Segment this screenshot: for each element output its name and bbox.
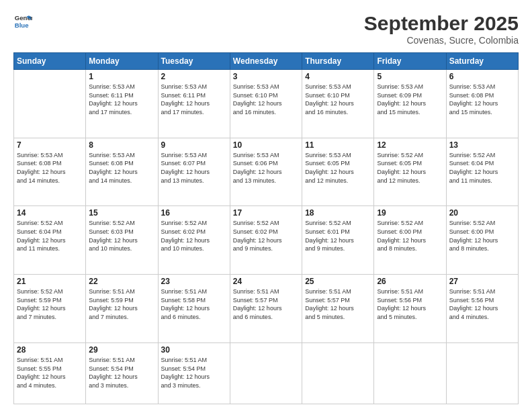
day-number: 18 bbox=[305, 208, 371, 218]
day-number: 30 bbox=[161, 345, 227, 355]
day-number: 27 bbox=[449, 277, 515, 286]
day-number: 2 bbox=[161, 72, 227, 81]
day-number: 28 bbox=[17, 345, 83, 355]
calendar-cell: 24Sunrise: 5:51 AM Sunset: 5:57 PM Dayli… bbox=[230, 275, 302, 343]
calendar-cell: 13Sunrise: 5:52 AM Sunset: 6:04 PM Dayli… bbox=[446, 138, 518, 206]
calendar-cell: 4Sunrise: 5:53 AM Sunset: 6:10 PM Daylig… bbox=[302, 70, 374, 138]
calendar-cell: 27Sunrise: 5:51 AM Sunset: 5:56 PM Dayli… bbox=[446, 275, 518, 343]
day-number: 11 bbox=[305, 140, 371, 150]
calendar-week-row: 7Sunrise: 5:53 AM Sunset: 6:08 PM Daylig… bbox=[14, 138, 519, 206]
calendar-cell: 3Sunrise: 5:53 AM Sunset: 6:10 PM Daylig… bbox=[230, 70, 302, 138]
day-number: 12 bbox=[377, 140, 443, 150]
calendar-cell: 20Sunrise: 5:52 AM Sunset: 6:00 PM Dayli… bbox=[446, 206, 518, 275]
day-number: 21 bbox=[17, 277, 83, 286]
calendar-cell bbox=[374, 342, 446, 404]
cell-details: Sunrise: 5:51 AM Sunset: 5:54 PM Dayligh… bbox=[89, 356, 154, 390]
cell-details: Sunrise: 5:52 AM Sunset: 6:01 PM Dayligh… bbox=[305, 219, 371, 253]
title-block: September 2025 Covenas, Sucre, Colombia bbox=[364, 12, 519, 46]
calendar-cell: 12Sunrise: 5:52 AM Sunset: 6:05 PM Dayli… bbox=[374, 138, 446, 206]
weekday-header: Sunday bbox=[14, 53, 86, 70]
cell-details: Sunrise: 5:53 AM Sunset: 6:10 PM Dayligh… bbox=[305, 83, 371, 116]
calendar-cell: 17Sunrise: 5:52 AM Sunset: 6:02 PM Dayli… bbox=[230, 206, 302, 275]
calendar-week-row: 1Sunrise: 5:53 AM Sunset: 6:11 PM Daylig… bbox=[14, 70, 519, 138]
weekday-header: Friday bbox=[374, 53, 446, 70]
day-number: 22 bbox=[89, 277, 154, 286]
day-number: 24 bbox=[233, 277, 299, 286]
cell-details: Sunrise: 5:52 AM Sunset: 6:00 PM Dayligh… bbox=[377, 219, 443, 253]
calendar-cell: 28Sunrise: 5:51 AM Sunset: 5:55 PM Dayli… bbox=[14, 342, 86, 404]
day-number: 8 bbox=[89, 140, 154, 150]
weekday-header: Tuesday bbox=[158, 53, 230, 70]
calendar-table: SundayMondayTuesdayWednesdayThursdayFrid… bbox=[13, 52, 519, 404]
calendar-cell: 21Sunrise: 5:52 AM Sunset: 5:59 PM Dayli… bbox=[14, 275, 86, 343]
calendar-cell: 8Sunrise: 5:53 AM Sunset: 6:08 PM Daylig… bbox=[86, 138, 158, 206]
day-number: 14 bbox=[17, 208, 83, 218]
cell-details: Sunrise: 5:52 AM Sunset: 6:04 PM Dayligh… bbox=[449, 151, 515, 185]
day-number: 15 bbox=[89, 208, 154, 218]
calendar-cell: 22Sunrise: 5:51 AM Sunset: 5:59 PM Dayli… bbox=[86, 275, 158, 343]
calendar-week-row: 14Sunrise: 5:52 AM Sunset: 6:04 PM Dayli… bbox=[14, 206, 519, 275]
day-number: 25 bbox=[305, 277, 371, 286]
day-number: 9 bbox=[161, 140, 227, 150]
cell-details: Sunrise: 5:53 AM Sunset: 6:10 PM Dayligh… bbox=[233, 83, 299, 116]
cell-details: Sunrise: 5:52 AM Sunset: 6:05 PM Dayligh… bbox=[377, 151, 443, 185]
cell-details: Sunrise: 5:53 AM Sunset: 6:08 PM Dayligh… bbox=[89, 151, 154, 185]
day-number: 19 bbox=[377, 208, 443, 218]
cell-details: Sunrise: 5:52 AM Sunset: 6:02 PM Dayligh… bbox=[161, 219, 227, 253]
calendar-cell bbox=[230, 342, 302, 404]
calendar-cell: 23Sunrise: 5:51 AM Sunset: 5:58 PM Dayli… bbox=[158, 275, 230, 343]
calendar-cell: 7Sunrise: 5:53 AM Sunset: 6:08 PM Daylig… bbox=[14, 138, 86, 206]
day-number: 10 bbox=[233, 140, 299, 150]
cell-details: Sunrise: 5:51 AM Sunset: 5:57 PM Dayligh… bbox=[233, 287, 299, 321]
calendar-cell: 26Sunrise: 5:51 AM Sunset: 5:56 PM Dayli… bbox=[374, 275, 446, 343]
calendar-week-row: 21Sunrise: 5:52 AM Sunset: 5:59 PM Dayli… bbox=[14, 275, 519, 343]
cell-details: Sunrise: 5:53 AM Sunset: 6:09 PM Dayligh… bbox=[377, 83, 443, 116]
calendar-week-row: 28Sunrise: 5:51 AM Sunset: 5:55 PM Dayli… bbox=[14, 342, 519, 404]
page-title: September 2025 bbox=[364, 12, 519, 35]
cell-details: Sunrise: 5:53 AM Sunset: 6:08 PM Dayligh… bbox=[17, 151, 83, 185]
calendar-cell: 30Sunrise: 5:51 AM Sunset: 5:54 PM Dayli… bbox=[158, 342, 230, 404]
day-number: 20 bbox=[449, 208, 515, 218]
cell-details: Sunrise: 5:53 AM Sunset: 6:11 PM Dayligh… bbox=[161, 83, 227, 116]
calendar-cell: 10Sunrise: 5:53 AM Sunset: 6:06 PM Dayli… bbox=[230, 138, 302, 206]
day-number: 23 bbox=[161, 277, 227, 286]
calendar-cell: 25Sunrise: 5:51 AM Sunset: 5:57 PM Dayli… bbox=[302, 275, 374, 343]
calendar-cell: 16Sunrise: 5:52 AM Sunset: 6:02 PM Dayli… bbox=[158, 206, 230, 275]
cell-details: Sunrise: 5:53 AM Sunset: 6:11 PM Dayligh… bbox=[89, 83, 154, 116]
calendar-cell: 14Sunrise: 5:52 AM Sunset: 6:04 PM Dayli… bbox=[14, 206, 86, 275]
cell-details: Sunrise: 5:51 AM Sunset: 5:58 PM Dayligh… bbox=[161, 287, 227, 321]
day-number: 29 bbox=[89, 345, 154, 355]
cell-details: Sunrise: 5:51 AM Sunset: 5:59 PM Dayligh… bbox=[89, 287, 154, 321]
page-subtitle: Covenas, Sucre, Colombia bbox=[364, 35, 519, 46]
cell-details: Sunrise: 5:53 AM Sunset: 6:06 PM Dayligh… bbox=[233, 151, 299, 185]
cell-details: Sunrise: 5:53 AM Sunset: 6:08 PM Dayligh… bbox=[449, 83, 515, 116]
cell-details: Sunrise: 5:53 AM Sunset: 6:07 PM Dayligh… bbox=[161, 151, 227, 185]
calendar-cell bbox=[14, 70, 86, 138]
cell-details: Sunrise: 5:51 AM Sunset: 5:54 PM Dayligh… bbox=[161, 356, 227, 390]
day-number: 4 bbox=[305, 72, 371, 81]
cell-details: Sunrise: 5:52 AM Sunset: 6:03 PM Dayligh… bbox=[89, 219, 154, 253]
header: General Blue September 2025 Covenas, Suc… bbox=[13, 12, 519, 46]
calendar-cell bbox=[446, 342, 518, 404]
cell-details: Sunrise: 5:51 AM Sunset: 5:55 PM Dayligh… bbox=[17, 356, 83, 390]
calendar-cell: 9Sunrise: 5:53 AM Sunset: 6:07 PM Daylig… bbox=[158, 138, 230, 206]
day-number: 16 bbox=[161, 208, 227, 218]
cell-details: Sunrise: 5:52 AM Sunset: 6:04 PM Dayligh… bbox=[17, 219, 83, 253]
day-number: 3 bbox=[233, 72, 299, 81]
cell-details: Sunrise: 5:53 AM Sunset: 6:05 PM Dayligh… bbox=[305, 151, 371, 185]
day-number: 26 bbox=[377, 277, 443, 286]
calendar-cell bbox=[302, 342, 374, 404]
calendar-cell: 18Sunrise: 5:52 AM Sunset: 6:01 PM Dayli… bbox=[302, 206, 374, 275]
page: General Blue September 2025 Covenas, Suc… bbox=[0, 0, 532, 411]
calendar-cell: 2Sunrise: 5:53 AM Sunset: 6:11 PM Daylig… bbox=[158, 70, 230, 138]
weekday-header: Thursday bbox=[302, 53, 374, 70]
calendar-cell: 11Sunrise: 5:53 AM Sunset: 6:05 PM Dayli… bbox=[302, 138, 374, 206]
cell-details: Sunrise: 5:51 AM Sunset: 5:57 PM Dayligh… bbox=[305, 287, 371, 321]
day-number: 13 bbox=[449, 140, 515, 150]
day-number: 1 bbox=[89, 72, 154, 81]
day-number: 7 bbox=[17, 140, 83, 150]
svg-text:Blue: Blue bbox=[15, 21, 29, 29]
logo: General Blue bbox=[13, 12, 32, 31]
weekday-header: Monday bbox=[86, 53, 158, 70]
calendar-cell: 5Sunrise: 5:53 AM Sunset: 6:09 PM Daylig… bbox=[374, 70, 446, 138]
